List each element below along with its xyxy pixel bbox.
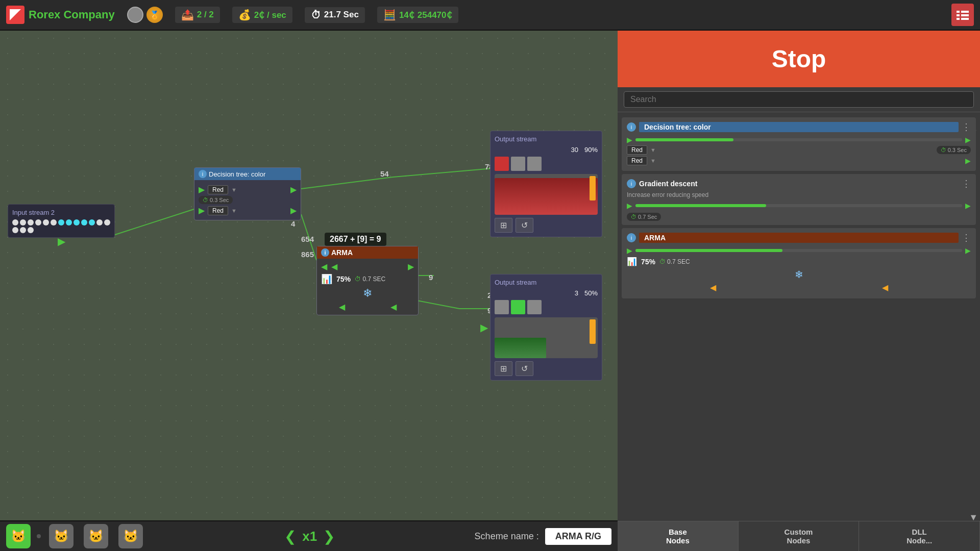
arma-card-bottom-arrows: ◀ ◀ xyxy=(627,283,971,292)
svg-marker-0 xyxy=(10,9,21,20)
color-swatch-red xyxy=(495,157,509,171)
label-9b: 9 xyxy=(429,273,433,282)
gd-out-btn[interactable]: ▶ xyxy=(965,202,971,210)
chart-highlight-bot xyxy=(590,319,596,344)
os-bot-stats: 3 50% xyxy=(495,289,598,297)
dot xyxy=(20,219,26,226)
avatar-1 xyxy=(127,7,143,23)
arma-card-tri-left[interactable]: ◀ xyxy=(710,283,716,292)
workers-stat: 📤 2 / 2 xyxy=(175,7,220,23)
dt-card-out2[interactable]: ▶ xyxy=(965,157,971,165)
status-dot xyxy=(37,534,41,538)
speed-increase-btn[interactable]: ❯ xyxy=(323,528,335,545)
arma-card[interactable]: i ARMA ⋮ ▶ ▶ 📊 75% ⏱ 0.7 SEC xyxy=(622,228,976,298)
income-value: 2₵ / sec xyxy=(254,10,286,20)
snowflake-icon: ❄ xyxy=(363,287,372,300)
os-top-actions[interactable]: ⊞ ↺ xyxy=(495,218,598,233)
arma-input-arrow: ◀ xyxy=(321,262,327,271)
canvas-area[interactable]: Input stream 2 ▶ 54 780 654 865 xyxy=(0,31,618,520)
os-top-chart xyxy=(495,174,598,215)
dt-play-arrow[interactable]: ▶ xyxy=(290,185,297,194)
dot xyxy=(43,219,49,226)
dt-play-arrow-2[interactable]: ▶ xyxy=(290,206,297,215)
dt-card[interactable]: i Decision tree: color ⋮ ▶ ▶ Red ▼ ⏱ 0.3… xyxy=(622,117,976,171)
svg-line-9 xyxy=(393,168,493,177)
cat-avatar-1[interactable]: 🐱 xyxy=(49,524,74,548)
os-top-layers-btn[interactable]: ⊞ xyxy=(495,218,512,233)
workers-icon: 📤 xyxy=(181,9,194,21)
timer-icon: ⏱ xyxy=(311,9,321,21)
arma-card-more[interactable]: ⋮ xyxy=(962,232,971,243)
speed-icon-gd: ⏱ xyxy=(631,214,636,220)
logo: Rorex Company xyxy=(6,6,115,24)
panel-tabs: BaseNodes CustomNodes DLLNode... xyxy=(618,521,980,551)
dt-card-dropdown1[interactable]: ▼ xyxy=(650,147,656,153)
search-input[interactable] xyxy=(624,91,974,108)
arma-card-header: i ARMA ⋮ xyxy=(627,232,971,243)
gd-play-btn[interactable]: ▶ xyxy=(627,202,632,210)
dt-card-slider1[interactable] xyxy=(635,138,962,141)
panel-scroll: i Decision tree: color ⋮ ▶ ▶ Red ▼ ⏱ 0.3… xyxy=(618,112,980,521)
scheme-name-box[interactable]: ARMA R/G xyxy=(545,528,611,545)
gd-slider[interactable] xyxy=(635,204,962,207)
os-bot-actions[interactable]: ⊞ ↺ xyxy=(495,361,598,376)
canvas-decision-tree-node[interactable]: i Decision tree: color ▶ Red ▼ ▶ ⏱ 0.3 S… xyxy=(194,167,301,220)
stream-play-btn[interactable]: ▶ xyxy=(58,235,65,247)
dt-card-val1: Red xyxy=(627,145,647,155)
arma-card-out[interactable]: ▶ xyxy=(965,246,971,255)
gd-card-info: i xyxy=(627,179,636,188)
scroll-down-btn[interactable]: ▼ xyxy=(969,512,978,523)
os-top-refresh-btn[interactable]: ↺ xyxy=(516,218,533,233)
color-swatch-gray3 xyxy=(495,300,509,314)
os-bot-play[interactable]: ▶ xyxy=(480,321,488,334)
dt-card-dropdown2[interactable]: ▼ xyxy=(650,158,656,164)
dt-dropdown-2[interactable]: ▼ xyxy=(231,208,237,214)
dot xyxy=(104,219,110,226)
gd-card[interactable]: i Gradient descent ⋮ Increase error redu… xyxy=(622,174,976,225)
arma-stats: ◀ ◀ ▶ xyxy=(321,262,414,271)
speed-decrease-btn[interactable]: ❮ xyxy=(284,528,296,545)
arma-input-arrow2: ◀ xyxy=(331,262,337,271)
os-bot-colors xyxy=(495,300,598,314)
arma-bottom-arrows: ◀ ◀ xyxy=(321,302,414,312)
dot xyxy=(28,227,34,233)
arma-slider-fill xyxy=(635,249,782,252)
arma-card-tri-right[interactable]: ◀ xyxy=(882,283,888,292)
dt-speed-1: ⏱ 0.3 Sec xyxy=(199,196,233,204)
settings-icon[interactable] xyxy=(951,4,974,26)
cat-avatar-green[interactable]: 🐱 xyxy=(6,524,31,548)
arma-left-arr: ◀ xyxy=(339,302,345,312)
gd-card-more[interactable]: ⋮ xyxy=(962,178,971,189)
os-bot-refresh-btn[interactable]: ↺ xyxy=(516,361,533,376)
dot xyxy=(58,219,64,226)
speed-value: x1 xyxy=(302,529,317,544)
label-4: 4 xyxy=(291,219,295,228)
chart-highlight xyxy=(590,176,596,201)
dt-info-badge: i xyxy=(199,170,207,178)
avatar-medal: 🏅 xyxy=(146,7,163,23)
dt-card-out1[interactable]: ▶ xyxy=(965,136,971,144)
header: Rorex Company 🏅 📤 2 / 2 💰 2₵ / sec ⏱ 21.… xyxy=(0,0,980,31)
dt-dropdown-1[interactable]: ▼ xyxy=(231,187,237,193)
cat-avatar-3[interactable]: 🐱 xyxy=(118,524,143,548)
cat-avatar-2[interactable]: 🐱 xyxy=(84,524,108,548)
stop-button[interactable]: Stop xyxy=(618,31,980,87)
tab-dll-nodes[interactable]: DLLNode... xyxy=(859,521,980,551)
arma-card-slider[interactable] xyxy=(635,249,962,252)
dt-play-2[interactable]: ▶ xyxy=(199,206,205,215)
speed-icon: ⏱ xyxy=(203,197,208,203)
dt-card-more[interactable]: ⋮ xyxy=(962,121,971,133)
dt-play-1[interactable]: ▶ xyxy=(199,185,205,194)
dt-card-row2: Red ▼ ▶ xyxy=(627,156,971,165)
avatar-group: 🏅 xyxy=(127,7,163,23)
dt-card-row1: ▶ ▶ xyxy=(627,136,971,144)
dt-card-row1b: Red ▼ ⏱ 0.3 Sec xyxy=(627,145,971,155)
dt-card-play1[interactable]: ▶ xyxy=(627,136,632,144)
tab-base-nodes[interactable]: BaseNodes xyxy=(618,521,739,551)
os-bot-layers-btn[interactable]: ⊞ xyxy=(495,361,512,376)
dt-node-title: Decision tree: color xyxy=(209,170,265,178)
canvas-arma-node[interactable]: i ARMA ◀ ◀ ▶ 📊 75% ⏱ 0.7 SEC ❄ xyxy=(316,246,419,315)
svg-rect-5 xyxy=(961,14,969,16)
arma-card-play[interactable]: ▶ xyxy=(627,246,632,255)
tab-custom-nodes[interactable]: CustomNodes xyxy=(739,521,860,551)
